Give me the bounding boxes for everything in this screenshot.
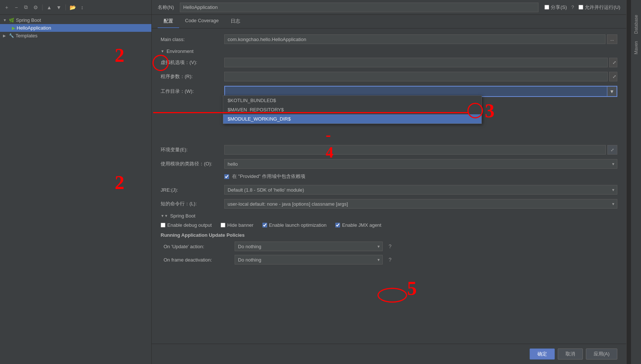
- env-vars-row: 环境变量(E): ⤢: [161, 145, 617, 155]
- content-area: Main class: ... Environment 虚拟机选项：(V): ⤢…: [152, 28, 626, 344]
- env-vars-label: 环境变量(E):: [161, 146, 220, 153]
- launch-optimization-label[interactable]: Enable launch optimization: [262, 222, 326, 228]
- database-panel-label[interactable]: Database: [634, 15, 639, 34]
- working-dir-row: 工作目录：(W): ▼ $KOTLIN_BUNDLED$ $MAVEN_REPO…: [161, 86, 617, 97]
- short-cmd-row: 短的命令行：(L): user-local default: none - ja…: [161, 199, 617, 209]
- down-icon[interactable]: ▼: [55, 4, 63, 11]
- environment-section-header[interactable]: Environment: [161, 48, 617, 54]
- help-icon-header[interactable]: ?: [571, 4, 574, 10]
- short-cmd-select-wrap: user-local default: none - java [options…: [224, 199, 617, 209]
- short-cmd-label: 短的命令行：(L):: [161, 200, 220, 207]
- launch-optimization-checkbox[interactable]: [262, 223, 267, 228]
- cancel-btn[interactable]: 取消: [558, 348, 583, 360]
- env-vars-expand-btn[interactable]: ⤢: [607, 145, 617, 155]
- hide-banner-checkbox[interactable]: [221, 223, 225, 228]
- parallel-checkbox-label[interactable]: 允许并行运行(U): [578, 4, 620, 11]
- confirm-btn[interactable]: 确定: [530, 348, 555, 360]
- debug-output-checkbox[interactable]: [161, 223, 165, 228]
- sort-icon[interactable]: ↕: [78, 4, 86, 11]
- gear-icon[interactable]: ⚙: [32, 4, 39, 11]
- env-vars-input-wrap: ⤢: [224, 145, 617, 155]
- apply-btn[interactable]: 应用(A): [586, 348, 617, 360]
- env-vars-input[interactable]: [224, 145, 606, 155]
- add-icon[interactable]: +: [3, 4, 10, 11]
- share-checkbox[interactable]: [544, 5, 549, 10]
- jmx-agent-checkbox[interactable]: [335, 223, 340, 228]
- sidebar-item-springboot[interactable]: ▼ 🌿 Spring Boot: [0, 16, 151, 24]
- springboot-icon: 🌿: [9, 18, 14, 23]
- on-update-select[interactable]: Do nothing: [235, 242, 383, 251]
- update-policy-section: Running Application Update Policies On '…: [161, 232, 617, 264]
- vm-options-label: 虚拟机选项：(V):: [161, 59, 220, 66]
- on-update-select-wrap: Do nothing ▼: [235, 242, 383, 251]
- separator: [42, 4, 43, 10]
- maven-panel-label[interactable]: Maven: [634, 41, 639, 54]
- program-args-input-wrap: ⤢: [224, 72, 617, 81]
- on-frame-select-wrap: Do nothing ▼: [235, 255, 383, 264]
- hide-banner-label[interactable]: Hide banner: [221, 222, 254, 228]
- jmx-agent-text: Enable JMX agent: [342, 222, 381, 228]
- working-dir-dropdown-popup: $KOTLIN_BUNDLED$ $MAVEN_REPOSITORY$ $MOD…: [223, 95, 482, 124]
- tab-log[interactable]: 日志: [225, 15, 246, 28]
- module-classpath-label: 使用模块的类路径：(O):: [161, 161, 220, 167]
- spring-boot-title: Spring Boot: [170, 213, 195, 219]
- main-panel: 名称(N) 分享(S) ? 允许并行运行(U) 配置 Code Coverage…: [152, 0, 626, 364]
- copy-icon[interactable]: ⧉: [22, 4, 30, 11]
- main-class-browse-btn[interactable]: ...: [607, 34, 617, 44]
- module-classpath-select[interactable]: hello: [224, 159, 617, 169]
- parallel-checkbox[interactable]: [578, 5, 583, 10]
- scrollbar[interactable]: [626, 0, 631, 364]
- module-classpath-row: 使用模块的类路径：(O): hello ▼: [161, 159, 617, 169]
- name-input[interactable]: [180, 3, 538, 12]
- minus-icon[interactable]: −: [13, 4, 20, 11]
- run-icon: ▶: [12, 26, 15, 31]
- jmx-agent-label[interactable]: Enable JMX agent: [335, 222, 381, 228]
- program-args-expand-btn[interactable]: ⤢: [609, 72, 617, 81]
- sidebar-item-helloapplication[interactable]: ▶ HelloApplication: [0, 24, 151, 32]
- main-class-label: Main class:: [161, 37, 220, 42]
- working-dir-dropdown-btn[interactable]: ▼: [607, 87, 617, 96]
- tab-coverage[interactable]: Code Coverage: [179, 15, 225, 28]
- jre-select-wrap: Default (1.8 - SDK of 'hello' module) ▼: [224, 185, 617, 195]
- spring-boot-checkboxes: Enable debug output Hide banner Enable l…: [161, 222, 617, 228]
- up-icon[interactable]: ▲: [46, 4, 53, 11]
- sidebar-item-templates[interactable]: ▶ 🔧 Templates: [0, 32, 151, 40]
- sidebar-item-templates-label: Templates: [16, 33, 37, 38]
- main-class-row: Main class: ...: [161, 34, 617, 44]
- module-classpath-select-wrap: hello ▼: [224, 159, 617, 169]
- expand-arrow-templates: ▶: [3, 34, 7, 38]
- dropdown-item-module[interactable]: $MODULE_WORKING_DIR$: [223, 114, 481, 124]
- spring-boot-arrow: ▼: [161, 214, 168, 218]
- folder-icon[interactable]: 📂: [69, 4, 76, 11]
- parallel-label: 允许并行运行(U): [585, 4, 620, 11]
- main-class-input[interactable]: [224, 34, 605, 44]
- jre-row: JRE:(J): Default (1.8 - SDK of 'hello' m…: [161, 185, 617, 195]
- footer: 确定 取消 应用(A): [152, 344, 626, 364]
- spring-boot-section: ▼ Spring Boot Enable debug output Hide b…: [161, 213, 617, 264]
- update-policy-title: Running Application Update Policies: [161, 232, 617, 238]
- sidebar-item-helloapplication-label: HelloApplication: [17, 25, 51, 31]
- launch-optimization-text: Enable launch optimization: [269, 222, 326, 228]
- working-dir-input[interactable]: [225, 87, 607, 96]
- spring-boot-section-header[interactable]: ▼ Spring Boot: [161, 213, 617, 219]
- on-update-help-icon[interactable]: ?: [389, 243, 392, 249]
- right-strip: Database Maven: [631, 0, 641, 364]
- jre-select[interactable]: Default (1.8 - SDK of 'hello' module): [224, 185, 617, 195]
- on-frame-help-icon[interactable]: ?: [389, 257, 392, 263]
- share-checkbox-label[interactable]: 分享(S): [544, 4, 567, 11]
- vm-options-input[interactable]: [224, 58, 608, 67]
- debug-output-label[interactable]: Enable debug output: [161, 222, 212, 228]
- vm-options-expand-btn[interactable]: ⤢: [609, 58, 617, 67]
- on-update-row: On 'Update' action: Do nothing ▼ ?: [161, 242, 617, 251]
- short-cmd-select[interactable]: user-local default: none - java [options…: [224, 199, 617, 209]
- program-args-input[interactable]: [224, 72, 608, 81]
- environment-arrow: [161, 49, 164, 53]
- dropdown-item-maven[interactable]: $MAVEN_REPOSITORY$: [223, 105, 481, 114]
- program-args-row: 程序参数：(R): ⤢: [161, 72, 617, 81]
- on-frame-label: On frame deactivation:: [164, 257, 230, 263]
- include-provided-checkbox[interactable]: [224, 174, 229, 179]
- dropdown-item-kotlin[interactable]: $KOTLIN_BUNDLED$: [223, 96, 481, 105]
- on-frame-row: On frame deactivation: Do nothing ▼ ?: [161, 255, 617, 264]
- on-frame-select[interactable]: Do nothing: [235, 255, 383, 264]
- tab-config[interactable]: 配置: [158, 15, 179, 28]
